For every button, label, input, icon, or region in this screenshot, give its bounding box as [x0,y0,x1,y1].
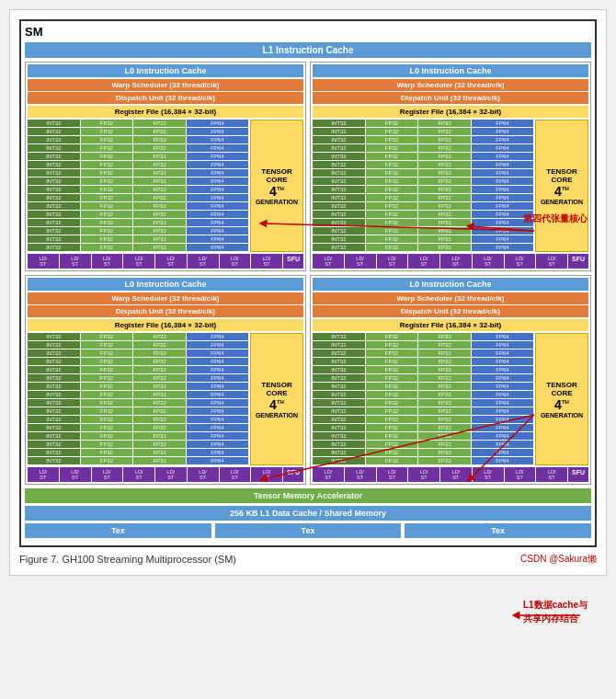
q2-tensor-label: TENSOR CORE [539,167,585,184]
core-fp32: FP32 [366,169,418,177]
q2-dispatch-unit: Dispatch Unit (32 thread/clk) [313,92,588,104]
core-fp32: FP32 [418,449,471,456]
core-fp32: FP32 [366,350,418,357]
q3-tensor-label: TENSOR CORE [254,381,300,397]
core-int32: INT32 [28,391,80,398]
core-int32: INT32 [28,186,80,193]
core-fp64: FP64 [472,120,533,127]
core-int32: INT32 [313,178,365,185]
ld-st-3: LD/ST [377,467,408,482]
q1-cores-grid: INT32FP32FP32FP64 INT32FP32FP32FP64 INT3… [28,120,248,252]
core-fp32: FP32 [81,383,133,390]
q4-cores-area: INT32FP32FP32FP64 INT32FP32FP32FP64 INT3… [313,333,588,465]
core-fp64: FP64 [187,219,248,226]
core-fp32: FP32 [81,366,133,373]
core-int32: INT32 [28,211,80,218]
q4-warp-scheduler: Warp Scheduler (32 thread/clk) [313,292,588,304]
core-fp64: FP64 [187,341,248,349]
core-fp32: FP32 [366,235,418,243]
core-fp32: FP32 [133,457,186,464]
core-fp32: FP32 [366,383,418,390]
q3-tensor-gen: 4TH [269,397,284,412]
tensor-memory-accelerator: Tensor Memory Accelerator [25,488,591,503]
core-int32: INT32 [313,416,365,423]
core-int32: INT32 [28,424,80,431]
core-fp32: FP32 [418,424,471,431]
q1-warp-scheduler: Warp Scheduler (32 thread/clk) [28,79,303,91]
core-fp32: FP32 [418,383,471,390]
core-fp64: FP64 [187,374,248,382]
core-fp32: FP32 [366,161,418,168]
core-int32: INT32 [28,178,80,185]
ld-st-2: LD/ST [345,467,376,482]
ld-st-4: LD/ST [408,467,439,482]
core-fp32: FP32 [133,194,186,201]
core-fp64: FP64 [472,153,533,160]
core-fp32: FP32 [418,144,471,152]
core-fp32: FP32 [81,211,133,218]
csdn-attribution: CSDN @Sakura懒 [520,553,597,566]
core-fp32: FP32 [366,341,418,349]
q2-l0-cache: L0 Instruction Cache [313,64,588,77]
core-fp32: FP32 [81,441,133,448]
core-fp64: FP64 [472,449,533,456]
core-int32: INT32 [28,457,80,464]
core-fp64: FP64 [187,178,248,185]
core-fp64: FP64 [187,366,248,373]
core-int32: INT32 [313,441,365,448]
ld-st-6: LD/ST [473,254,504,269]
core-fp32: FP32 [133,161,186,168]
core-int32: INT32 [313,219,365,226]
core-fp64: FP64 [472,350,533,357]
q2-tensor-gen-label: GENERATION [541,199,583,205]
core-fp32: FP32 [81,374,133,382]
core-fp32: FP32 [418,219,471,226]
core-int32: INT32 [28,399,80,407]
core-fp32: FP32 [366,244,418,251]
core-fp64: FP64 [472,219,533,226]
core-fp32: FP32 [418,161,471,168]
core-fp64: FP64 [187,235,248,243]
core-fp64: FP64 [472,211,533,218]
core-fp32: FP32 [81,219,133,226]
ld-st-1: LD/ST [28,467,59,482]
core-fp32: FP32 [418,136,471,143]
core-fp32: FP32 [418,227,471,235]
bottom-quadrants: L0 Instruction Cache Warp Scheduler (32 … [25,275,591,485]
core-fp64: FP64 [187,227,248,235]
core-fp32: FP32 [418,178,471,185]
core-fp32: FP32 [133,169,186,177]
core-int32: INT32 [313,120,365,127]
core-int32: INT32 [313,399,365,407]
core-fp32: FP32 [418,194,471,201]
core-fp32: FP32 [133,383,186,390]
q1-tensor-core: TENSOR CORE 4TH GENERATION [250,120,303,252]
q2-register-file: Register File (16,384 × 32-bit) [313,106,588,118]
core-fp64: FP64 [187,202,248,210]
ld-st-4: LD/ST [123,467,154,482]
core-fp32: FP32 [81,178,133,185]
ld-st-8: LD/ST [536,254,567,269]
core-fp32: FP32 [366,333,418,340]
core-fp32: FP32 [366,120,418,127]
core-fp32: FP32 [81,144,133,152]
quadrant-3: L0 Instruction Cache Warp Scheduler (32 … [25,275,306,485]
core-fp32: FP32 [366,211,418,218]
core-fp64: FP64 [472,383,533,390]
core-fp32: FP32 [366,441,418,448]
core-int32: INT32 [28,441,80,448]
q3-register-file: Register File (16,384 × 32-bit) [28,319,303,331]
core-int32: INT32 [313,211,365,218]
quadrant-2: L0 Instruction Cache Warp Scheduler (32 … [310,62,591,271]
core-int32: INT32 [28,341,80,349]
core-fp64: FP64 [187,449,248,456]
page-container: SM L1 Instruction Cache L0 Instruction C… [9,9,607,576]
core-int32: INT32 [28,432,80,440]
core-int32: INT32 [28,144,80,152]
core-fp32: FP32 [366,399,418,407]
q4-register-file: Register File (16,384 × 32-bit) [313,319,588,331]
core-fp64: FP64 [472,235,533,243]
ld-st-3: LD/ST [377,254,408,269]
core-fp32: FP32 [81,424,133,431]
core-fp32: FP32 [133,341,186,349]
